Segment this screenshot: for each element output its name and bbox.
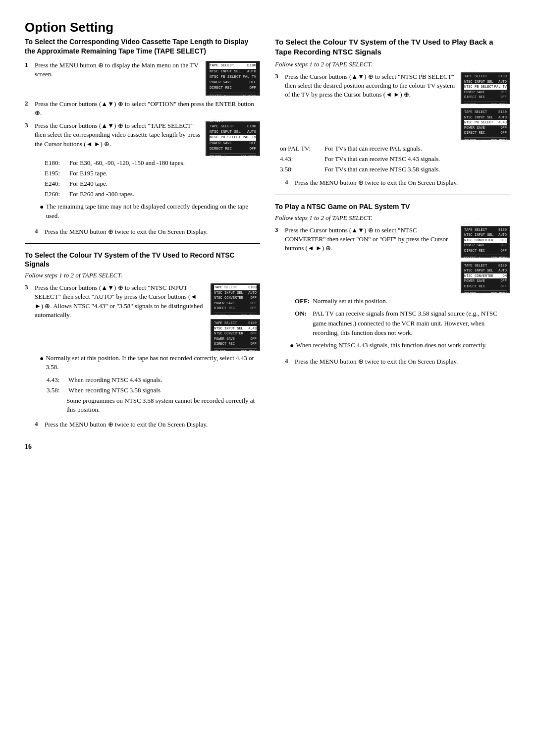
on-item: ON: PAL TV can receive signals from NTSC…	[295, 309, 510, 338]
pal-row-443: 4.43: For TVs that can receive NTSC 4.43…	[280, 154, 510, 164]
e240-label: E240:	[45, 179, 64, 189]
pal-358-desc: For TVs that can receive NTSC 3.58 signa…	[324, 164, 440, 175]
step3-sect2: 3 Press the Cursor buttons (▲▼) ⊕ to sel…	[25, 283, 260, 416]
osd2-ntsc-pb-hl: NTSC PB SELECT PAL TV	[210, 135, 256, 140]
step4-sect1-num: 4	[35, 227, 42, 235]
off-item: OFF: Normally set at this position.	[295, 296, 510, 306]
step4-r2: 4 Press the MENU button ⊕ twice to exit …	[285, 357, 510, 366]
osd2-title: OPTION	[210, 118, 256, 124]
osd-tape-label: TAPE SELECT	[210, 63, 234, 68]
step4-sect2: 4 Press the MENU button ⊕ twice to exit …	[35, 420, 260, 429]
tape-e240: E240: For E240 tape.	[45, 179, 260, 189]
sub-358-desc: When recording NTSC 3.58 signals	[68, 385, 160, 395]
tape-e195: E195: For E195 tape.	[45, 168, 260, 179]
e180-label: E180:	[45, 158, 64, 168]
section1-steps: 1 Press the MENU button ⊕ to display the…	[25, 61, 260, 223]
pal-pal-desc: For TVs that can receive PAL signals.	[324, 144, 422, 154]
e180-desc: For E30, -60, -90, -120, -150 and -180 t…	[69, 158, 185, 168]
bullet-note-1: ● The remaining tape time may not be dis…	[40, 202, 260, 220]
step3-r1-text: Press the Cursor buttons (▲▼) ⊕ to selec…	[285, 72, 456, 100]
osd-power-label: POWER SAVE	[210, 80, 232, 85]
step-num-2: 2	[25, 100, 32, 108]
e195-desc: For E195 tape.	[69, 168, 107, 179]
follow-steps-r2: Follow steps 1 to 2 of TAPE SELECT.	[275, 214, 510, 222]
step4-sect2-num: 4	[35, 420, 42, 428]
step-1-with-image: Press the MENU button ⊕ to display the M…	[35, 61, 260, 96]
osd2-ntsc-in: NTSC INPUT SEL AUTO	[210, 129, 256, 135]
step-num-3: 3	[25, 121, 32, 129]
osd-r2-screen2: OPTION TAPE SELECTE180 NTSC INPUT SELAUT…	[461, 262, 510, 293]
osd-row-direct: DIRECT REC OFF	[210, 85, 256, 91]
step3-r2-content: Press the Cursor buttons (▲▼) ⊕ to selec…	[285, 226, 510, 354]
osd-bottom-1: SELECT ◄► END MENU	[210, 93, 256, 99]
step3-r1-content: Press the Cursor buttons (▲▼) ⊕ to selec…	[285, 72, 510, 140]
bullet-dot-normally: ●	[40, 354, 44, 372]
sub-443-desc: When recording NTSC 4.43 signals.	[68, 375, 162, 385]
step-2: 2 Press the Cursor buttons (▲▼) ⊕ to sel…	[25, 100, 260, 117]
section1-title: To Select the Corresponding Video Casset…	[25, 37, 260, 56]
osd-row-power: POWER SAVE OFF	[210, 80, 256, 85]
step3-sect2-num: 3	[25, 283, 32, 291]
on-desc: PAL TV can receive signals from NTSC 3.5…	[313, 309, 510, 338]
pal-443-label: 4.43:	[280, 154, 320, 164]
e260-desc: For E260 and -300 tapes.	[69, 189, 134, 200]
step-2-content: Press the Cursor buttons (▲▼) ⊕ to selec…	[35, 100, 260, 117]
on-label: ON:	[295, 309, 310, 319]
sub-item-358: 3.58: When recording NTSC 3.58 signals	[47, 385, 260, 395]
osd-screen-3: OPTION TAPE SELECTE180 NTSC INPUT SELAUT…	[211, 283, 260, 315]
osd-screen-4: OPTION TAPE SELECTE180 NTSC INPUT SEL4.4…	[211, 319, 260, 351]
section2-title-left: To Select the Colour TV System of the TV…	[25, 251, 260, 269]
step3-r1-with-img: Press the Cursor buttons (▲▼) ⊕ to selec…	[285, 72, 510, 140]
pal-pal-label: on PAL TV:	[280, 144, 320, 154]
step-3-with-image: Press the Cursor buttons (▲▼) ⊕ to selec…	[35, 121, 260, 156]
page-number: 16	[25, 443, 510, 451]
pal-443-desc: For TVs that can receive NTSC 4.43 signa…	[324, 154, 440, 164]
osd2-opt: OPTION	[210, 118, 223, 124]
page-title: Option Setting	[25, 20, 510, 35]
osd-label: OPTION	[210, 57, 223, 63]
step3-r1-img: OPTION TAPE SELECTE180 NTSC INPUT SELAUT…	[461, 72, 510, 140]
step-3-content: Press the Cursor buttons (▲▼) ⊕ to selec…	[35, 121, 260, 223]
step-3-image: OPTION TAPE SELECT E180 NTSC INPUT SEL A…	[206, 121, 260, 156]
step4-r1: 4 Press the MENU button ⊕ twice to exit …	[285, 178, 510, 187]
tape-codes: E180: For E30, -60, -90, -120, -150 and …	[45, 158, 260, 199]
step-3-text: Press the Cursor buttons (▲▼) ⊕ to selec…	[35, 121, 201, 149]
osd-row-ntsc-in: NTSC INPUT SEL AUTO	[210, 69, 256, 74]
osd2-direct: DIRECT REC OFF	[210, 146, 256, 152]
step3-sect2-with-img: Press the Cursor buttons (▲▼) ⊕ to selec…	[35, 283, 260, 351]
step-num-1: 1	[25, 61, 32, 69]
step3-sect2-img: OPTION TAPE SELECTE180 NTSC INPUT SELAUT…	[211, 283, 260, 351]
divider-1	[25, 243, 260, 244]
bullet-dot-r2: ●	[290, 341, 294, 351]
osd-stack-r2: OPTION TAPE SELECTE180 NTSC INPUT SELAUT…	[461, 226, 510, 293]
step3-r2-with-img: Press the Cursor buttons (▲▼) ⊕ to selec…	[285, 226, 510, 293]
step-1-image: OPTION TAPE SELECT E180 NTSC INPUT SEL A…	[206, 61, 260, 96]
osd2-power: POWER SAVE OFF	[210, 141, 256, 146]
pal-row-358: 3.58: For TVs that can receive NTSC 3.58…	[280, 164, 510, 175]
e240-desc: For E240 tape.	[69, 179, 107, 189]
osd-screen-1: OPTION TAPE SELECT E180 NTSC INPUT SEL A…	[206, 61, 260, 96]
osd-select: SELECT ◄►	[210, 94, 227, 99]
step3-r1: 3 Press the Cursor buttons (▲▼) ⊕ to sel…	[275, 72, 510, 140]
step-3: 3 Press the Cursor buttons (▲▼) ⊕ to sel…	[25, 121, 260, 223]
right-section1-title: To Select the Colour TV System of the TV…	[275, 37, 510, 56]
bullet-text-1: The remaining tape time may not be displ…	[46, 202, 260, 220]
step4-r2-num: 4	[285, 357, 292, 365]
bullet-text-r2: When receiving NTSC 4.43 signals, this f…	[296, 341, 486, 351]
osd-direct-val: OFF	[249, 85, 256, 91]
right-column: To Select the Colour TV System of the TV…	[275, 37, 510, 433]
step4-sect1-text: Press the MENU button ⊕ twice to exit th…	[45, 227, 260, 236]
osd-stack-sect2: OPTION TAPE SELECTE180 NTSC INPUT SELAUT…	[211, 283, 260, 351]
step3-r2-text: Press the Cursor buttons (▲▼) ⊕ to selec…	[285, 226, 456, 253]
step3-sect2-content: Press the Cursor buttons (▲▼) ⊕ to selec…	[35, 283, 260, 416]
sub-358-label: 3.58:	[47, 385, 64, 395]
step-4-sect1: 4 Press the MENU button ⊕ twice to exit …	[35, 227, 260, 236]
osd-row-ntsc-pb: NTSC PB SELECT PAL TV	[210, 74, 256, 80]
tape-e260: E260: For E260 and -300 tapes.	[45, 189, 260, 200]
right-section2-title: To Play a NTSC Game on PAL System TV	[275, 202, 510, 211]
off-desc: Normally set at this position.	[313, 296, 387, 306]
step-1: 1 Press the MENU button ⊕ to display the…	[25, 61, 260, 96]
step4-r1-text: Press the MENU button ⊕ twice to exit th…	[295, 178, 510, 187]
osd-ntsc-in-label: NTSC INPUT SEL	[210, 69, 241, 74]
off-on-block: OFF: Normally set at this position. ON: …	[295, 296, 510, 338]
